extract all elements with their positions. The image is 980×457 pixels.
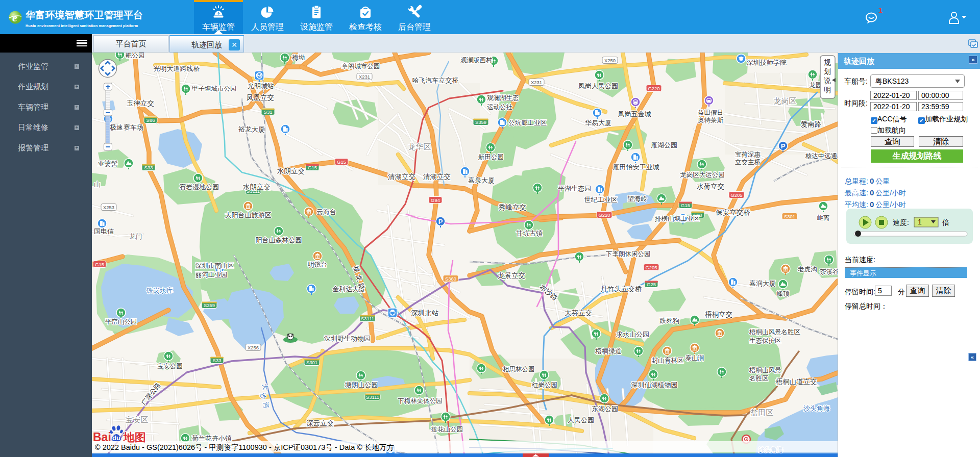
svg-text:塘朗山公园: 塘朗山公园 — [345, 381, 378, 389]
svg-text:老虎沟: 老虎沟 — [798, 266, 817, 273]
svg-text:立交主桥: 立交主桥 — [735, 159, 761, 166]
svg-text:梧桐立交: 梧桐立交 — [704, 311, 732, 318]
svg-text:龙景立交: 龙景立交 — [498, 272, 525, 280]
svg-text:华易大厦: 华易大厦 — [585, 119, 611, 126]
svg-text:清湖立交: 清湖立交 — [388, 173, 415, 181]
svg-text:云海台: 云海台 — [316, 208, 336, 216]
svg-text:茶溪谷: 茶溪谷 — [820, 268, 838, 275]
svg-text:梅坳: 梅坳 — [291, 54, 305, 61]
svg-text:阳台山森林公园: 阳台山森林公园 — [256, 236, 302, 244]
svg-text:封山育林区: 封山育林区 — [652, 357, 684, 364]
svg-text:S301: S301 — [306, 360, 317, 365]
svg-text:凤岗人民公园: 凤岗人民公园 — [578, 82, 618, 90]
svg-text:G205: G205 — [730, 192, 742, 198]
svg-text:梧桐山道立交: 梧桐山道立交 — [775, 378, 817, 386]
svg-text:生态保护区: 生态保护区 — [749, 337, 781, 344]
svg-text:岖离: 岖离 — [817, 214, 830, 221]
svg-text:名胜区: 名胜区 — [749, 375, 769, 382]
svg-text:望海岭: 望海岭 — [627, 195, 647, 202]
svg-text:核达中远通: 核达中远通 — [805, 153, 838, 160]
svg-text:深圳仙湖植物园: 深圳仙湖植物园 — [631, 381, 678, 389]
svg-text:G94: G94 — [431, 197, 440, 203]
svg-text:G15: G15 — [95, 262, 104, 267]
svg-text:深圳野生动物园: 深圳野生动物园 — [324, 335, 371, 342]
svg-text:梧桐绿道: 梧桐绿道 — [595, 347, 622, 355]
svg-text:梧桐山风景名胜区: 梧桐山风景名胜区 — [749, 328, 801, 336]
svg-text:X256: X256 — [248, 345, 259, 350]
svg-text:X231: X231 — [359, 74, 370, 80]
svg-text:深圳北站: 深圳北站 — [411, 309, 439, 317]
svg-text:平湖生态园: 平湖生态园 — [558, 185, 591, 192]
svg-text:下李朗休闲公园: 下李朗休闲公园 — [606, 250, 651, 258]
svg-text:铁岗水库: 铁岗水库 — [146, 287, 173, 294]
svg-text:e: e — [12, 11, 17, 24]
svg-text:跌死狗: 跌死狗 — [659, 317, 679, 324]
svg-text:S3111: S3111 — [361, 316, 374, 321]
svg-text:宝安公园: 宝安公园 — [157, 363, 183, 370]
svg-text:地图: 地图 — [122, 431, 146, 444]
svg-text:1: 1 — [878, 8, 883, 14]
svg-text:排榜山塘工业区: 排榜山塘工业区 — [655, 215, 700, 222]
svg-text:深云立交: 深云立交 — [306, 419, 334, 427]
svg-text:观澜湖生态: 观澜湖生态 — [487, 94, 519, 101]
svg-text:山: 山 — [94, 181, 101, 188]
svg-text:裕龙大厦: 裕龙大厦 — [238, 125, 265, 133]
svg-text:S359: S359 — [204, 302, 215, 308]
svg-text:玉律立交: 玉律立交 — [127, 99, 154, 107]
svg-text:G220: G220 — [648, 86, 659, 91]
svg-text:观澜版画村: 观澜版画村 — [460, 57, 493, 64]
svg-text:泰山涧: 泰山涧 — [685, 354, 704, 362]
svg-text:大芬立交: 大芬立交 — [565, 309, 592, 317]
svg-text:明: 明 — [824, 86, 831, 94]
svg-text:宝荷深惠: 宝荷深惠 — [735, 151, 761, 158]
svg-text:公坑廊工业区: 公坑廊工业区 — [508, 119, 547, 126]
svg-text:相思林公园: 相思林公园 — [503, 366, 535, 373]
svg-text:X231: X231 — [531, 80, 542, 85]
svg-text:龙岗区大运公园: 龙岗区大运公园 — [680, 171, 725, 179]
svg-text:划: 划 — [824, 67, 831, 75]
svg-text:水朗立交: 水朗立交 — [277, 167, 305, 175]
svg-text:亚婆髻: 亚婆髻 — [98, 160, 118, 167]
svg-text:雁田怡安工业城: 雁田怡安工业城 — [613, 163, 659, 171]
svg-text:水荷立交: 水荷立交 — [696, 183, 724, 190]
svg-text:荷兰花卉小镇: 荷兰花卉小镇 — [192, 435, 232, 442]
svg-text:益田假日: 益田假日 — [698, 109, 723, 116]
svg-text:嘉润大厦: 嘉润大厦 — [749, 280, 776, 287]
svg-text:求水山公园: 求水山公园 — [616, 331, 649, 338]
svg-text:盐田区: 盐田区 — [751, 408, 774, 417]
svg-text:倍: 倍 — [942, 218, 949, 226]
svg-text:du: du — [112, 434, 120, 442]
svg-text:1: 1 — [918, 218, 922, 226]
svg-text:S86: S86 — [146, 117, 155, 123]
svg-text:东湖公园: 东湖公园 — [592, 405, 618, 413]
svg-text:峰顶: 峰顶 — [777, 290, 790, 297]
svg-text:速度:: 速度: — [893, 218, 909, 226]
svg-text:石岩湿地公园: 石岩湿地公园 — [179, 183, 219, 191]
svg-text:龙岗区: 龙岗区 — [774, 96, 797, 105]
svg-text:沙头角海: 沙头角海 — [803, 404, 830, 412]
svg-text:清湖立交: 清湖立交 — [423, 173, 451, 181]
svg-text:哈飞汽车立交桥: 哈飞汽车立交桥 — [412, 77, 459, 84]
svg-text:G15: G15 — [681, 202, 690, 208]
svg-text:X253: X253 — [103, 205, 114, 210]
svg-text:国电信: 国电信 — [94, 227, 114, 235]
svg-text:凤凰立交: 凤凰立交 — [247, 94, 274, 101]
svg-text:章阁城市公园: 章阁城市公园 — [342, 63, 380, 70]
svg-text:红岗公园: 红岗公园 — [532, 382, 557, 389]
svg-text:运动公社: 运动公社 — [487, 104, 513, 111]
svg-text:S31: S31 — [264, 109, 273, 115]
svg-text:© 2022 Baidu - GS(2021)6026号 -: © 2022 Baidu - GS(2021)6026号 - 甲测资字11009… — [95, 443, 394, 451]
svg-text:丹竹头立交桥: 丹竹头立交桥 — [601, 285, 643, 293]
svg-text:世纪工业区: 世纪工业区 — [584, 196, 618, 204]
svg-text:大阳台山旅游区: 大阳台山旅游区 — [225, 211, 272, 219]
svg-text:S301: S301 — [784, 214, 795, 219]
svg-text:P: P — [438, 218, 443, 225]
svg-text:S359: S359 — [475, 119, 486, 125]
svg-text:莲花山公园: 莲花山公园 — [431, 426, 463, 433]
svg-text:耙公园: 耙公园 — [125, 53, 145, 59]
svg-text:S3111: S3111 — [366, 394, 379, 400]
svg-text:凤岗五金城: 凤岗五金城 — [618, 110, 651, 118]
svg-text:雁湖公园: 雁湖公园 — [651, 141, 677, 149]
svg-text:平峦山公园: 平峦山公园 — [105, 318, 137, 325]
svg-text:新田公园: 新田公园 — [478, 154, 504, 161]
